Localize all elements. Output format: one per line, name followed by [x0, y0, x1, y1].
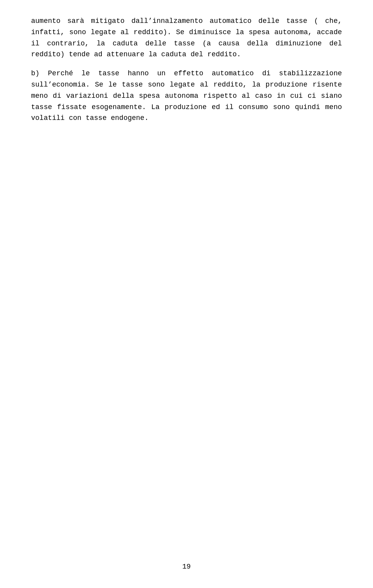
page-number: 19: [182, 561, 191, 572]
page-content: aumento sarà mitigato dall’innalzamento …: [0, 0, 373, 163]
paragraph-2: b) Perché le tasse hanno un effetto auto…: [31, 68, 342, 124]
paragraph-1: aumento sarà mitigato dall’innalzamento …: [31, 16, 342, 60]
